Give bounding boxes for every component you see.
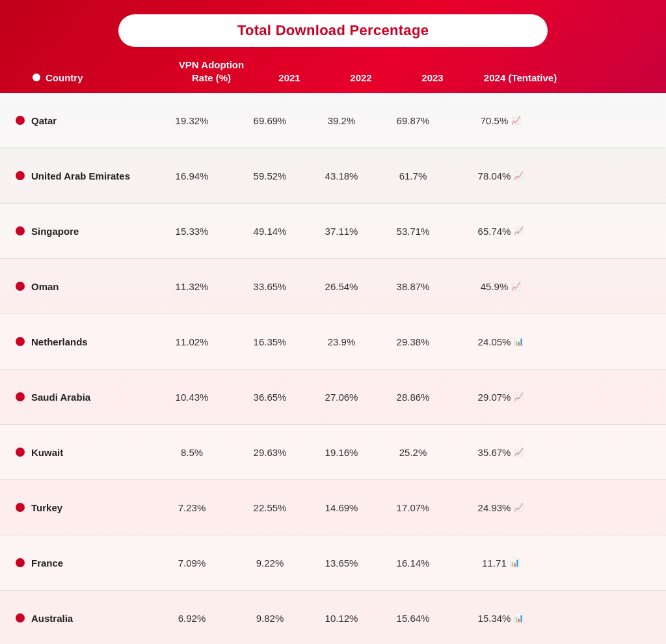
table-row: Kuwait8.5%29.63%19.16%25.2%35.67%📈: [0, 425, 666, 480]
country-name: Oman: [31, 281, 59, 292]
y2021-cell: 22.55%: [234, 493, 306, 522]
y2021-cell: 33.65%: [234, 272, 306, 301]
y2021-cell: 36.65%: [234, 382, 306, 412]
y2024-cell: 35.67%📈: [449, 438, 553, 467]
y2023-cell: 61.7%: [377, 161, 449, 191]
table-row: Singapore15.33%49.14%37.11%53.71%65.74%📈: [0, 204, 666, 259]
y2022-cell: 13.65%: [306, 548, 377, 578]
y2021-cell: 59.52%: [234, 161, 306, 191]
y2021-cell: 29.63%: [234, 438, 306, 467]
vpn-adoption-cell: 19.32%: [150, 106, 234, 135]
table-row: Saudi Arabia10.43%36.65%27.06%28.86%29.0…: [0, 369, 666, 425]
country-cell: Netherlands: [7, 327, 150, 356]
country-name: Australia: [31, 613, 73, 624]
table-row: Australia6.92%9.82%10.12%15.64%15.34%📊: [0, 591, 666, 644]
country-dot: [16, 171, 25, 180]
y2024-value: 15.34%: [478, 613, 511, 624]
vpn-adoption-cell: 6.92%: [150, 604, 234, 633]
y2024-value: 35.67%: [478, 447, 511, 458]
country-cell: Singapore: [7, 217, 150, 246]
country-dot: [16, 116, 25, 125]
y2021-cell: 49.14%: [234, 217, 306, 246]
y2022-cell: 10.12%: [306, 604, 377, 633]
y2024-value: 45.9%: [481, 281, 509, 292]
y2021-cell: 9.22%: [234, 548, 306, 578]
header-section: Total Download Percentage Country VPN Ad…: [0, 0, 666, 93]
y2022-cell: 14.69%: [306, 493, 377, 522]
vpn-adoption-cell: 15.33%: [150, 217, 234, 246]
y2021-cell: 9.82%: [234, 604, 306, 633]
country-cell: Qatar: [7, 106, 150, 135]
trend-flat-icon: 📊: [514, 337, 524, 346]
country-dot: [16, 392, 25, 401]
country-dot: [16, 448, 25, 457]
country-dot: [16, 282, 25, 291]
vpn-adoption-cell: 16.94%: [150, 161, 234, 191]
vpn-adoption-cell: 11.02%: [150, 327, 234, 356]
y2023-cell: 69.87%: [377, 106, 449, 135]
country-name: Qatar: [31, 115, 57, 126]
table-body: Qatar19.32%69.69%39.2%69.87%70.5%📈United…: [0, 93, 666, 644]
y2023-cell: 16.14%: [377, 548, 449, 578]
vpn-adoption-cell: 11.32%: [150, 272, 234, 301]
table-row: Turkey7.23%22.55%14.69%17.07%24.93%📈: [0, 480, 666, 535]
vpn-adoption-cell: 10.43%: [150, 382, 234, 412]
y2022-cell: 43.18%: [306, 161, 377, 191]
table-row: Oman11.32%33.65%26.54%38.87%45.9%📈: [0, 259, 666, 314]
y2024-value: 70.5%: [481, 115, 509, 126]
y2024-cell: 11.71📊: [449, 548, 553, 578]
table-container: Total Download Percentage Country VPN Ad…: [0, 0, 666, 644]
y2023-cell: 25.2%: [377, 438, 449, 467]
country-name: Singapore: [31, 226, 79, 237]
y2024-cell: 15.34%📊: [449, 604, 553, 633]
country-cell: France: [7, 548, 150, 578]
y2021-cell: 69.69%: [234, 106, 306, 135]
col-header-2024: 2024 (Tentative): [468, 72, 572, 85]
table-row: Netherlands11.02%16.35%23.9%29.38%24.05%…: [0, 314, 666, 369]
y2024-cell: 24.93%📈: [449, 493, 553, 522]
country-dot: [16, 337, 25, 346]
country-cell: Turkey: [7, 493, 150, 522]
trend-up-icon: 📈: [511, 282, 521, 291]
country-cell: United Arab Emirates: [7, 161, 150, 191]
y2021-cell: 16.35%: [234, 327, 306, 356]
trend-flat-icon: 📊: [514, 613, 524, 623]
table-row: United Arab Emirates16.94%59.52%43.18%61…: [0, 148, 666, 204]
vpn-adoption-cell: 8.5%: [150, 438, 234, 467]
y2022-cell: 37.11%: [306, 217, 377, 246]
country-dot: [16, 558, 25, 567]
country-name: United Arab Emirates: [31, 170, 130, 181]
country-dot-header: [33, 74, 40, 81]
y2023-cell: 38.87%: [377, 272, 449, 301]
y2024-value: 78.04%: [478, 170, 511, 181]
country-cell: Australia: [7, 604, 150, 633]
y2024-value: 29.07%: [478, 392, 511, 403]
col-header-country: Country: [26, 72, 169, 85]
y2023-cell: 17.07%: [377, 493, 449, 522]
col-header-2022: 2022: [325, 72, 397, 85]
y2023-cell: 53.71%: [377, 217, 449, 246]
y2024-value: 65.74%: [478, 226, 511, 237]
country-name: France: [31, 557, 63, 569]
y2022-cell: 19.16%: [306, 438, 377, 467]
y2022-cell: 27.06%: [306, 382, 377, 412]
trend-flat-icon: 📊: [510, 558, 520, 567]
country-cell: Kuwait: [7, 438, 150, 467]
y2023-cell: 28.86%: [377, 382, 449, 412]
country-dot: [16, 503, 25, 512]
y2022-cell: 39.2%: [306, 106, 377, 135]
vpn-adoption-cell: 7.09%: [150, 548, 234, 578]
y2024-cell: 29.07%📈: [449, 382, 553, 412]
trend-up-icon: 📈: [514, 503, 524, 512]
y2023-cell: 29.38%: [377, 327, 449, 356]
y2024-cell: 24.05%📊: [449, 327, 553, 356]
y2024-value: 24.05%: [478, 336, 511, 347]
country-name: Kuwait: [31, 447, 63, 458]
col-header-vpn: VPN Adoption Rate (%): [169, 59, 254, 84]
country-cell: Oman: [7, 272, 150, 301]
trend-up-icon: 📈: [514, 226, 524, 235]
trend-up-icon: 📈: [514, 392, 524, 401]
y2022-cell: 26.54%: [306, 272, 377, 301]
table-row: Qatar19.32%69.69%39.2%69.87%70.5%📈: [0, 93, 666, 148]
country-name: Saudi Arabia: [31, 392, 90, 403]
